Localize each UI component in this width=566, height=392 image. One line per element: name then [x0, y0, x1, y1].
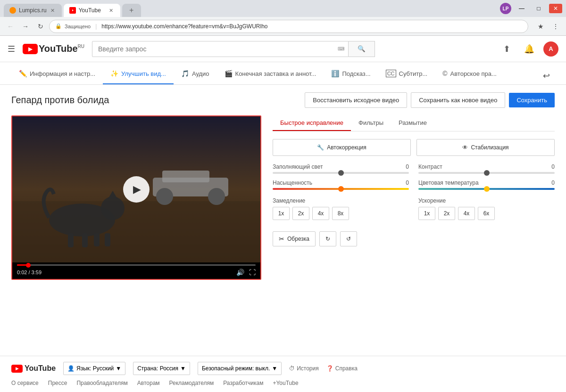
- tab-youtube[interactable]: YouTube ✕: [64, 4, 120, 17]
- footer-link-plus[interactable]: +YouTube: [273, 380, 298, 386]
- tab-copyright-label: Авторское пра...: [450, 70, 497, 77]
- youtube-favicon: [69, 7, 76, 14]
- sliders-grid: Заполняющий свет 0 Контраст 0: [273, 163, 555, 190]
- footer-top: YouTube 👤 Язык: Русский ▼ Страна: Россия…: [11, 362, 555, 375]
- panel-tab-filters[interactable]: Фильтры: [351, 115, 391, 131]
- language-chevron: ▼: [116, 365, 121, 372]
- tab-lumpics-close[interactable]: ✕: [50, 7, 56, 14]
- address-actions: ★ ⋮: [534, 20, 562, 33]
- footer-link-developers[interactable]: Разработчикам: [223, 380, 263, 386]
- user-avatar[interactable]: A: [543, 41, 558, 57]
- panel-tab-quick-fix[interactable]: Быстрое исправление: [273, 115, 351, 131]
- rotate-cw-button[interactable]: ↻: [319, 231, 336, 246]
- autocorrect-label: Автокоррекция: [327, 144, 366, 151]
- help-link[interactable]: ❓ Справка: [326, 365, 358, 372]
- speed-4x[interactable]: 4x: [458, 207, 475, 220]
- copyright-tab-icon: ©: [442, 70, 447, 77]
- tab-info-label: Информация и настр...: [30, 70, 95, 77]
- reload-button[interactable]: ↻: [34, 20, 47, 33]
- footer-link-about[interactable]: О сервисе: [11, 380, 39, 386]
- footer-link-copyright[interactable]: Правообладателям: [76, 380, 127, 386]
- footer-link-advertisers[interactable]: Рекламодателям: [169, 380, 214, 386]
- info-tab-icon: ✏️: [19, 70, 27, 77]
- forward-button[interactable]: →: [19, 20, 32, 33]
- color-temp-track[interactable]: [418, 188, 555, 190]
- secure-label: Защищено: [65, 24, 91, 29]
- volume-icon[interactable]: 🔊: [236, 269, 244, 276]
- progress-dot: [26, 263, 31, 268]
- save-new-button[interactable]: Сохранить как новое видео: [411, 92, 505, 108]
- fill-light-track[interactable]: [273, 172, 409, 174]
- hamburger-menu[interactable]: ☰: [8, 44, 15, 54]
- rotate-ccw-button[interactable]: ↺: [340, 231, 357, 246]
- notifications-icon[interactable]: 🔔: [521, 41, 538, 57]
- browser-frame: Lumpics.ru ✕ YouTube ✕ + LP — □ ✕ ← → ↻ …: [0, 0, 566, 392]
- speed-1x[interactable]: 1x: [418, 207, 435, 220]
- video-controls: 0:02 / 3:59 🔊 ⛶: [12, 262, 260, 279]
- play-button[interactable]: ▶: [123, 176, 150, 203]
- back-button[interactable]: ←: [4, 20, 17, 33]
- speed-2x[interactable]: 2x: [438, 207, 455, 220]
- tab-audio[interactable]: 🎵 Аудио: [174, 64, 217, 84]
- history-link[interactable]: ⏱ История: [289, 365, 319, 372]
- country-select[interactable]: Страна: Россия ▼: [133, 362, 190, 375]
- tab-copyright[interactable]: © Авторское пра...: [435, 64, 504, 84]
- search-button[interactable]: 🔍: [349, 41, 375, 57]
- slow-2x[interactable]: 2x: [292, 207, 309, 220]
- fullscreen-icon[interactable]: ⛶: [249, 269, 256, 276]
- tab-subtitles[interactable]: CC Субтитр...: [378, 64, 435, 84]
- saturation-slider-row: Насыщенность 0: [273, 180, 409, 190]
- bookmark-button[interactable]: ★: [534, 20, 547, 33]
- slow-1x[interactable]: 1x: [273, 207, 290, 220]
- safe-mode-select[interactable]: Безопасный режим: выкл. ▼: [198, 362, 282, 375]
- restore-button[interactable]: Восстановить исходное видео: [305, 92, 407, 108]
- footer-link-authors[interactable]: Авторам: [137, 380, 160, 386]
- tab-cards[interactable]: ℹ️ Подсказ...: [324, 64, 378, 84]
- svg-rect-3: [12, 201, 260, 262]
- fill-light-handle: [338, 170, 344, 176]
- yt-footer: YouTube 👤 Язык: Русский ▼ Страна: Россия…: [0, 356, 566, 392]
- save-button[interactable]: Сохранить: [509, 93, 555, 107]
- saturation-track[interactable]: [273, 188, 409, 190]
- language-select[interactable]: 👤 Язык: Русский ▼: [63, 362, 125, 375]
- new-tab-button[interactable]: +: [122, 4, 141, 17]
- speed-6x[interactable]: 6x: [478, 207, 495, 220]
- tab-endscreen[interactable]: 🎬 Конечная заставка и аннот...: [217, 64, 324, 84]
- tab-enhance[interactable]: ✨ Улучшить вид...: [103, 64, 174, 84]
- yt-icon: [23, 44, 38, 54]
- crop-button[interactable]: ✂ Обрезка: [273, 231, 316, 246]
- slow-8x[interactable]: 8x: [332, 207, 349, 220]
- url-text: https://www.youtube.com/enhance?feature=…: [101, 23, 267, 30]
- subtitles-tab-icon: CC: [386, 70, 396, 77]
- minimize-button[interactable]: —: [515, 4, 528, 13]
- tab-info[interactable]: ✏️ Информация и настр...: [11, 64, 103, 84]
- autocorrect-button[interactable]: 🔧 Автокоррекция: [273, 139, 411, 156]
- ctrl-icons: 🔊 ⛶: [236, 269, 256, 276]
- footer-yt-text: YouTube: [25, 364, 56, 373]
- search-box: ⌨: [92, 41, 349, 57]
- progress-bar[interactable]: [17, 264, 256, 266]
- stabilize-button[interactable]: 👁 Стабилизация: [416, 139, 555, 156]
- right-panel: Быстрое исправление Фильтры Размытие 🔧 А…: [273, 115, 555, 280]
- footer-link-press[interactable]: Прессе: [48, 380, 67, 386]
- slow-4x[interactable]: 4x: [312, 207, 329, 220]
- panel-tab-blur[interactable]: Размытие: [391, 115, 434, 131]
- tab-cards-label: Подсказ...: [342, 70, 370, 77]
- tab-youtube-close[interactable]: ✕: [108, 7, 115, 14]
- search-keyboard-icon: ⌨: [338, 46, 348, 51]
- panel-tabs: Быстрое исправление Фильтры Размытие: [273, 115, 555, 131]
- back-to-video-button[interactable]: ↩: [538, 67, 555, 84]
- fill-light-value: 0: [406, 163, 409, 170]
- close-button[interactable]: ✕: [549, 4, 562, 13]
- slow-motion-buttons: 1x 2x 4x 8x: [273, 207, 409, 220]
- contrast-track[interactable]: [418, 172, 555, 174]
- lock-icon: 🔒: [55, 23, 62, 29]
- maximize-button[interactable]: □: [532, 4, 545, 13]
- search-input[interactable]: [92, 45, 338, 53]
- address-input[interactable]: 🔒 Защищено | https://www.youtube.com/enh…: [49, 20, 528, 33]
- slow-motion-section: Замедление 1x 2x 4x 8x: [273, 197, 409, 220]
- more-button[interactable]: ⋮: [549, 20, 562, 33]
- video-player-wrapper: ▶ 0:02 / 3:59: [11, 115, 261, 280]
- tab-lumpics[interactable]: Lumpics.ru ✕: [4, 4, 62, 17]
- upload-icon[interactable]: ⬆: [498, 41, 515, 57]
